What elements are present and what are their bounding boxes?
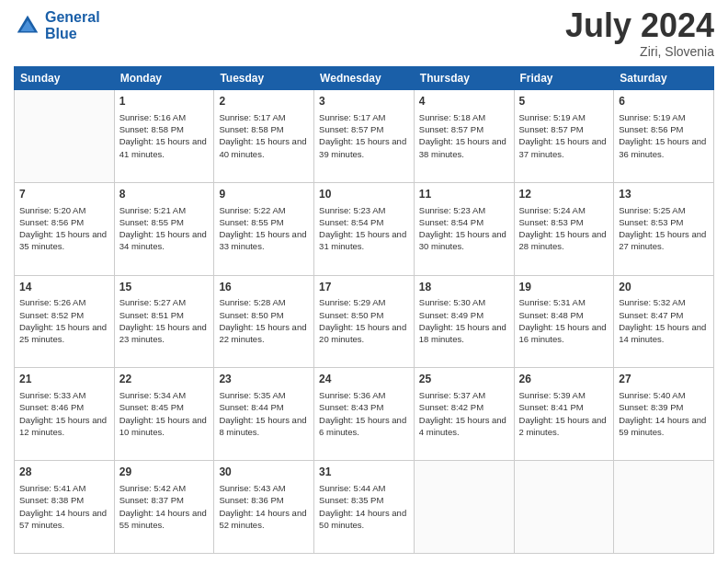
day-info: Sunrise: 5:34 AM Sunset: 8:45 PM Dayligh… bbox=[119, 389, 210, 438]
calendar-cell: 21Sunrise: 5:33 AM Sunset: 8:46 PM Dayli… bbox=[15, 368, 115, 461]
day-info: Sunrise: 5:24 AM Sunset: 8:53 PM Dayligh… bbox=[519, 204, 609, 253]
day-number: 30 bbox=[219, 465, 309, 480]
day-info: Sunrise: 5:23 AM Sunset: 8:54 PM Dayligh… bbox=[319, 204, 409, 253]
header-monday: Monday bbox=[114, 67, 214, 90]
header-row: Sunday Monday Tuesday Wednesday Thursday… bbox=[15, 67, 714, 90]
day-number: 20 bbox=[619, 280, 709, 295]
day-number: 5 bbox=[519, 94, 609, 109]
day-number: 21 bbox=[19, 372, 109, 387]
calendar-cell bbox=[514, 461, 614, 554]
day-number: 26 bbox=[519, 372, 609, 387]
calendar-cell bbox=[614, 461, 714, 554]
day-number: 29 bbox=[119, 465, 210, 480]
page: General Blue July 2024 Ziri, Slovenia Su… bbox=[0, 0, 728, 563]
day-number: 22 bbox=[119, 372, 210, 387]
day-number: 4 bbox=[419, 94, 509, 109]
day-info: Sunrise: 5:23 AM Sunset: 8:54 PM Dayligh… bbox=[419, 204, 509, 253]
logo-text: General Blue bbox=[45, 9, 100, 42]
day-number: 9 bbox=[219, 187, 309, 202]
header-sunday: Sunday bbox=[15, 67, 115, 90]
day-number: 17 bbox=[319, 280, 409, 295]
day-info: Sunrise: 5:21 AM Sunset: 8:55 PM Dayligh… bbox=[119, 204, 210, 253]
calendar-week-2: 14Sunrise: 5:26 AM Sunset: 8:52 PM Dayli… bbox=[15, 275, 714, 368]
day-info: Sunrise: 5:18 AM Sunset: 8:57 PM Dayligh… bbox=[419, 111, 509, 160]
day-info: Sunrise: 5:31 AM Sunset: 8:48 PM Dayligh… bbox=[519, 296, 609, 345]
calendar-cell: 3Sunrise: 5:17 AM Sunset: 8:57 PM Daylig… bbox=[314, 90, 415, 183]
header: General Blue July 2024 Ziri, Slovenia bbox=[14, 9, 714, 59]
calendar-cell: 8Sunrise: 5:21 AM Sunset: 8:55 PM Daylig… bbox=[114, 182, 214, 275]
calendar-cell: 7Sunrise: 5:20 AM Sunset: 8:56 PM Daylig… bbox=[15, 182, 115, 275]
day-info: Sunrise: 5:17 AM Sunset: 8:58 PM Dayligh… bbox=[219, 111, 309, 160]
day-number: 10 bbox=[319, 187, 409, 202]
day-number: 28 bbox=[19, 465, 109, 480]
calendar-cell: 10Sunrise: 5:23 AM Sunset: 8:54 PM Dayli… bbox=[314, 182, 415, 275]
day-info: Sunrise: 5:41 AM Sunset: 8:38 PM Dayligh… bbox=[19, 482, 109, 531]
calendar-cell: 17Sunrise: 5:29 AM Sunset: 8:50 PM Dayli… bbox=[314, 275, 415, 368]
calendar-cell: 29Sunrise: 5:42 AM Sunset: 8:37 PM Dayli… bbox=[114, 461, 214, 554]
day-number: 12 bbox=[519, 187, 609, 202]
calendar-cell: 24Sunrise: 5:36 AM Sunset: 8:43 PM Dayli… bbox=[314, 368, 415, 461]
calendar-cell: 30Sunrise: 5:43 AM Sunset: 8:36 PM Dayli… bbox=[214, 461, 314, 554]
day-number: 19 bbox=[519, 280, 609, 295]
day-info: Sunrise: 5:42 AM Sunset: 8:37 PM Dayligh… bbox=[119, 482, 210, 531]
day-number: 11 bbox=[419, 187, 509, 202]
day-number: 13 bbox=[619, 187, 709, 202]
calendar-cell: 28Sunrise: 5:41 AM Sunset: 8:38 PM Dayli… bbox=[15, 461, 115, 554]
location: Ziri, Slovenia bbox=[565, 44, 714, 59]
day-info: Sunrise: 5:33 AM Sunset: 8:46 PM Dayligh… bbox=[19, 389, 109, 438]
month-year: July 2024 bbox=[565, 9, 714, 42]
day-info: Sunrise: 5:19 AM Sunset: 8:56 PM Dayligh… bbox=[619, 111, 709, 160]
calendar-cell: 5Sunrise: 5:19 AM Sunset: 8:57 PM Daylig… bbox=[514, 90, 614, 183]
day-info: Sunrise: 5:30 AM Sunset: 8:49 PM Dayligh… bbox=[419, 296, 509, 345]
calendar-cell: 6Sunrise: 5:19 AM Sunset: 8:56 PM Daylig… bbox=[614, 90, 714, 183]
day-number: 15 bbox=[119, 280, 210, 295]
day-info: Sunrise: 5:19 AM Sunset: 8:57 PM Dayligh… bbox=[519, 111, 609, 160]
day-number: 25 bbox=[419, 372, 509, 387]
calendar-cell: 2Sunrise: 5:17 AM Sunset: 8:58 PM Daylig… bbox=[214, 90, 314, 183]
day-number: 18 bbox=[419, 280, 509, 295]
logo: General Blue bbox=[14, 9, 100, 42]
calendar-table: Sunday Monday Tuesday Wednesday Thursday… bbox=[14, 66, 714, 554]
day-info: Sunrise: 5:37 AM Sunset: 8:42 PM Dayligh… bbox=[419, 389, 509, 438]
day-number: 27 bbox=[619, 372, 709, 387]
calendar-cell: 18Sunrise: 5:30 AM Sunset: 8:49 PM Dayli… bbox=[414, 275, 514, 368]
calendar-cell: 19Sunrise: 5:31 AM Sunset: 8:48 PM Dayli… bbox=[514, 275, 614, 368]
day-number: 16 bbox=[219, 280, 309, 295]
day-info: Sunrise: 5:27 AM Sunset: 8:51 PM Dayligh… bbox=[119, 296, 210, 345]
day-number: 2 bbox=[219, 94, 309, 109]
day-info: Sunrise: 5:39 AM Sunset: 8:41 PM Dayligh… bbox=[519, 389, 609, 438]
day-info: Sunrise: 5:26 AM Sunset: 8:52 PM Dayligh… bbox=[19, 296, 109, 345]
day-number: 1 bbox=[119, 94, 210, 109]
day-number: 6 bbox=[619, 94, 709, 109]
day-info: Sunrise: 5:25 AM Sunset: 8:53 PM Dayligh… bbox=[619, 204, 709, 253]
calendar-cell: 22Sunrise: 5:34 AM Sunset: 8:45 PM Dayli… bbox=[114, 368, 214, 461]
day-info: Sunrise: 5:35 AM Sunset: 8:44 PM Dayligh… bbox=[219, 389, 309, 438]
day-number: 7 bbox=[19, 187, 109, 202]
calendar-cell: 16Sunrise: 5:28 AM Sunset: 8:50 PM Dayli… bbox=[214, 275, 314, 368]
day-number: 24 bbox=[319, 372, 409, 387]
day-info: Sunrise: 5:22 AM Sunset: 8:55 PM Dayligh… bbox=[219, 204, 309, 253]
day-info: Sunrise: 5:17 AM Sunset: 8:57 PM Dayligh… bbox=[319, 111, 409, 160]
calendar-cell: 27Sunrise: 5:40 AM Sunset: 8:39 PM Dayli… bbox=[614, 368, 714, 461]
header-thursday: Thursday bbox=[414, 67, 514, 90]
calendar-cell: 12Sunrise: 5:24 AM Sunset: 8:53 PM Dayli… bbox=[514, 182, 614, 275]
day-info: Sunrise: 5:32 AM Sunset: 8:47 PM Dayligh… bbox=[619, 296, 709, 345]
calendar-week-4: 28Sunrise: 5:41 AM Sunset: 8:38 PM Dayli… bbox=[15, 461, 714, 554]
day-info: Sunrise: 5:29 AM Sunset: 8:50 PM Dayligh… bbox=[319, 296, 409, 345]
calendar-cell: 9Sunrise: 5:22 AM Sunset: 8:55 PM Daylig… bbox=[214, 182, 314, 275]
day-info: Sunrise: 5:40 AM Sunset: 8:39 PM Dayligh… bbox=[619, 389, 709, 438]
title-block: July 2024 Ziri, Slovenia bbox=[565, 9, 714, 59]
calendar-cell: 23Sunrise: 5:35 AM Sunset: 8:44 PM Dayli… bbox=[214, 368, 314, 461]
calendar-cell: 14Sunrise: 5:26 AM Sunset: 8:52 PM Dayli… bbox=[15, 275, 115, 368]
day-number: 14 bbox=[19, 280, 109, 295]
day-info: Sunrise: 5:43 AM Sunset: 8:36 PM Dayligh… bbox=[219, 482, 309, 531]
logo-icon bbox=[14, 12, 41, 40]
calendar-week-3: 21Sunrise: 5:33 AM Sunset: 8:46 PM Dayli… bbox=[15, 368, 714, 461]
calendar-cell: 25Sunrise: 5:37 AM Sunset: 8:42 PM Dayli… bbox=[414, 368, 514, 461]
calendar-cell: 1Sunrise: 5:16 AM Sunset: 8:58 PM Daylig… bbox=[114, 90, 214, 183]
calendar-cell: 31Sunrise: 5:44 AM Sunset: 8:35 PM Dayli… bbox=[314, 461, 415, 554]
day-number: 3 bbox=[319, 94, 409, 109]
day-number: 23 bbox=[219, 372, 309, 387]
calendar-cell bbox=[414, 461, 514, 554]
calendar-week-0: 1Sunrise: 5:16 AM Sunset: 8:58 PM Daylig… bbox=[15, 90, 714, 183]
